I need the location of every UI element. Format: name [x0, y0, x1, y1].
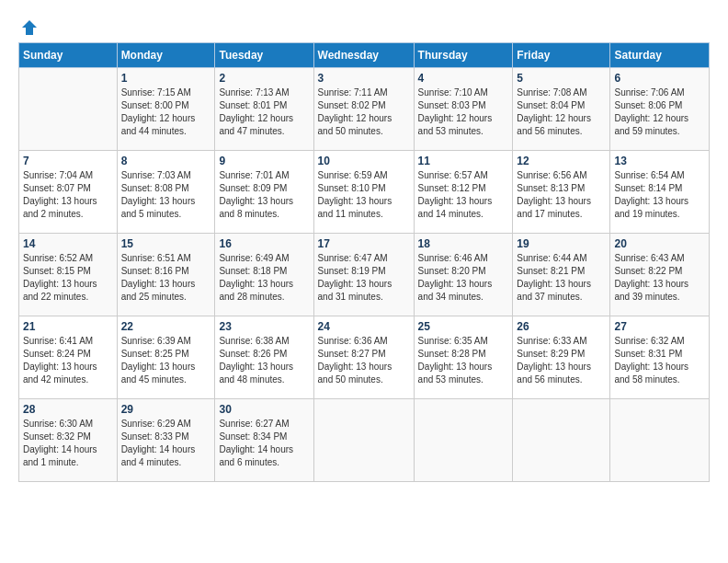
logo-icon: [20, 18, 39, 37]
day-info: Sunrise: 7:04 AMSunset: 8:07 PMDaylight:…: [23, 169, 113, 221]
day-number: 18: [418, 237, 509, 250]
day-number: 29: [121, 403, 211, 416]
day-cell: 24Sunrise: 6:36 AMSunset: 8:27 PMDayligh…: [313, 316, 414, 399]
day-info: Sunrise: 7:06 AMSunset: 8:06 PMDaylight:…: [614, 86, 705, 138]
day-number: 7: [23, 155, 113, 167]
day-number: 19: [517, 237, 606, 250]
logo: [18, 18, 39, 33]
day-info: Sunrise: 6:54 AMSunset: 8:14 PMDaylight:…: [614, 169, 705, 221]
header-wednesday: Wednesday: [313, 43, 414, 68]
day-cell: 27Sunrise: 6:32 AMSunset: 8:31 PMDayligh…: [610, 316, 710, 399]
day-info: Sunrise: 7:10 AMSunset: 8:03 PMDaylight:…: [418, 86, 509, 138]
day-info: Sunrise: 6:36 AMSunset: 8:27 PMDaylight:…: [318, 335, 410, 386]
day-cell: 4Sunrise: 7:10 AMSunset: 8:03 PMDaylight…: [414, 68, 513, 151]
day-cell: 2Sunrise: 7:13 AMSunset: 8:01 PMDaylight…: [215, 68, 313, 151]
day-info: Sunrise: 6:57 AMSunset: 8:12 PMDaylight:…: [418, 169, 509, 221]
day-cell: 3Sunrise: 7:11 AMSunset: 8:02 PMDaylight…: [313, 68, 414, 151]
day-number: 8: [121, 155, 211, 167]
day-cell: [513, 399, 610, 482]
day-info: Sunrise: 6:35 AMSunset: 8:28 PMDaylight:…: [418, 335, 509, 386]
day-number: 21: [23, 320, 113, 333]
day-number: 1: [121, 72, 211, 85]
week-row: 28Sunrise: 6:30 AMSunset: 8:32 PMDayligh…: [19, 399, 710, 482]
day-info: Sunrise: 6:51 AMSunset: 8:16 PMDaylight:…: [121, 252, 211, 304]
week-row: 21Sunrise: 6:41 AMSunset: 8:24 PMDayligh…: [19, 316, 710, 399]
calendar-header-row: SundayMondayTuesdayWednesdayThursdayFrid…: [19, 43, 710, 68]
day-info: Sunrise: 6:49 AMSunset: 8:18 PMDaylight:…: [219, 252, 309, 304]
day-info: Sunrise: 6:44 AMSunset: 8:21 PMDaylight:…: [517, 252, 606, 304]
day-number: 17: [318, 237, 410, 250]
day-number: 5: [517, 72, 606, 85]
day-info: Sunrise: 7:15 AMSunset: 8:00 PMDaylight:…: [121, 86, 211, 138]
header-monday: Monday: [117, 43, 215, 68]
header-saturday: Saturday: [610, 43, 710, 68]
day-info: Sunrise: 6:39 AMSunset: 8:25 PMDaylight:…: [121, 335, 211, 386]
day-info: Sunrise: 7:08 AMSunset: 8:04 PMDaylight:…: [517, 86, 606, 138]
day-cell: 10Sunrise: 6:59 AMSunset: 8:10 PMDayligh…: [313, 151, 414, 234]
week-row: 1Sunrise: 7:15 AMSunset: 8:00 PMDaylight…: [19, 68, 710, 151]
day-info: Sunrise: 7:03 AMSunset: 8:08 PMDaylight:…: [121, 169, 211, 221]
day-cell: 30Sunrise: 6:27 AMSunset: 8:34 PMDayligh…: [215, 399, 313, 482]
day-cell: 17Sunrise: 6:47 AMSunset: 8:19 PMDayligh…: [313, 234, 414, 316]
day-cell: [19, 68, 118, 151]
day-number: 13: [614, 155, 705, 167]
day-cell: [414, 399, 513, 482]
header-friday: Friday: [513, 43, 610, 68]
day-info: Sunrise: 6:46 AMSunset: 8:20 PMDaylight:…: [418, 252, 509, 304]
day-cell: 19Sunrise: 6:44 AMSunset: 8:21 PMDayligh…: [513, 234, 610, 316]
day-number: 25: [418, 320, 509, 333]
day-info: Sunrise: 6:29 AMSunset: 8:33 PMDaylight:…: [121, 418, 211, 469]
day-number: 4: [418, 72, 509, 85]
day-info: Sunrise: 6:47 AMSunset: 8:19 PMDaylight:…: [318, 252, 410, 304]
day-info: Sunrise: 6:43 AMSunset: 8:22 PMDaylight:…: [614, 252, 705, 304]
day-number: 3: [318, 72, 410, 85]
week-row: 14Sunrise: 6:52 AMSunset: 8:15 PMDayligh…: [19, 234, 710, 316]
day-cell: 8Sunrise: 7:03 AMSunset: 8:08 PMDaylight…: [117, 151, 215, 234]
day-cell: 23Sunrise: 6:38 AMSunset: 8:26 PMDayligh…: [215, 316, 313, 399]
day-number: 22: [121, 320, 211, 333]
day-number: 9: [219, 155, 309, 167]
day-number: 24: [318, 320, 410, 333]
header-thursday: Thursday: [414, 43, 513, 68]
page-header: [18, 18, 710, 33]
day-number: 27: [614, 320, 705, 333]
day-cell: 9Sunrise: 7:01 AMSunset: 8:09 PMDaylight…: [215, 151, 313, 234]
day-info: Sunrise: 6:32 AMSunset: 8:31 PMDaylight:…: [614, 335, 705, 386]
day-cell: 12Sunrise: 6:56 AMSunset: 8:13 PMDayligh…: [513, 151, 610, 234]
svg-marker-0: [22, 20, 37, 35]
day-number: 2: [219, 72, 309, 85]
day-info: Sunrise: 6:59 AMSunset: 8:10 PMDaylight:…: [318, 169, 410, 221]
day-cell: 21Sunrise: 6:41 AMSunset: 8:24 PMDayligh…: [19, 316, 118, 399]
day-cell: 7Sunrise: 7:04 AMSunset: 8:07 PMDaylight…: [19, 151, 118, 234]
day-cell: 15Sunrise: 6:51 AMSunset: 8:16 PMDayligh…: [117, 234, 215, 316]
day-number: 23: [219, 320, 309, 333]
day-info: Sunrise: 7:01 AMSunset: 8:09 PMDaylight:…: [219, 169, 309, 221]
day-cell: 14Sunrise: 6:52 AMSunset: 8:15 PMDayligh…: [19, 234, 118, 316]
day-cell: [313, 399, 414, 482]
week-row: 7Sunrise: 7:04 AMSunset: 8:07 PMDaylight…: [19, 151, 710, 234]
day-number: 28: [23, 403, 113, 416]
day-cell: 26Sunrise: 6:33 AMSunset: 8:29 PMDayligh…: [513, 316, 610, 399]
day-number: 11: [418, 155, 509, 167]
day-cell: 13Sunrise: 6:54 AMSunset: 8:14 PMDayligh…: [610, 151, 710, 234]
header-tuesday: Tuesday: [215, 43, 313, 68]
day-number: 20: [614, 237, 705, 250]
day-info: Sunrise: 6:30 AMSunset: 8:32 PMDaylight:…: [23, 418, 113, 469]
day-info: Sunrise: 6:41 AMSunset: 8:24 PMDaylight:…: [23, 335, 113, 386]
day-cell: [610, 399, 710, 482]
day-cell: 6Sunrise: 7:06 AMSunset: 8:06 PMDaylight…: [610, 68, 710, 151]
day-info: Sunrise: 6:27 AMSunset: 8:34 PMDaylight:…: [219, 418, 309, 469]
day-number: 6: [614, 72, 705, 85]
day-number: 10: [318, 155, 410, 167]
day-number: 12: [517, 155, 606, 167]
day-info: Sunrise: 6:33 AMSunset: 8:29 PMDaylight:…: [517, 335, 606, 386]
day-cell: 22Sunrise: 6:39 AMSunset: 8:25 PMDayligh…: [117, 316, 215, 399]
day-number: 15: [121, 237, 211, 250]
day-info: Sunrise: 6:38 AMSunset: 8:26 PMDaylight:…: [219, 335, 309, 386]
day-info: Sunrise: 7:11 AMSunset: 8:02 PMDaylight:…: [318, 86, 410, 138]
calendar-table: SundayMondayTuesdayWednesdayThursdayFrid…: [18, 42, 710, 482]
day-number: 30: [219, 403, 309, 416]
day-info: Sunrise: 6:52 AMSunset: 8:15 PMDaylight:…: [23, 252, 113, 304]
day-cell: 18Sunrise: 6:46 AMSunset: 8:20 PMDayligh…: [414, 234, 513, 316]
day-info: Sunrise: 6:56 AMSunset: 8:13 PMDaylight:…: [517, 169, 606, 221]
